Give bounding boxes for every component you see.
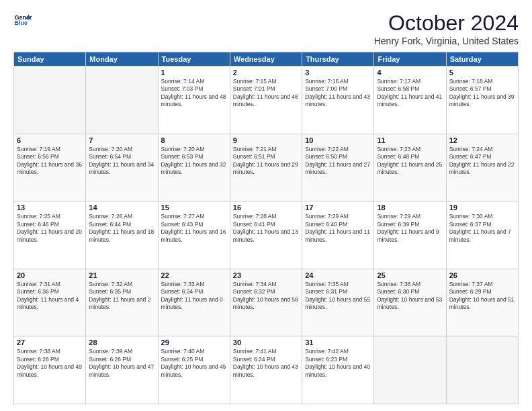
cell-text: Sunrise: 7:20 AMSunset: 6:53 PMDaylight:… (161, 146, 226, 175)
cell-text: Sunrise: 7:31 AMSunset: 6:36 PMDaylight:… (17, 281, 79, 310)
day-number: 13 (17, 203, 83, 212)
cell-text: Sunrise: 7:35 AMSunset: 6:31 PMDaylight:… (305, 281, 370, 310)
calendar-cell: 8Sunrise: 7:20 AMSunset: 6:53 PMDaylight… (158, 134, 230, 201)
cell-text: Sunrise: 7:16 AMSunset: 7:00 PMDaylight:… (305, 78, 370, 107)
calendar-cell: 16Sunrise: 7:28 AMSunset: 6:41 PMDayligh… (230, 201, 302, 269)
cell-text: Sunrise: 7:32 AMSunset: 6:35 PMDaylight:… (89, 281, 150, 310)
calendar-week-4: 20Sunrise: 7:31 AMSunset: 6:36 PMDayligh… (14, 269, 519, 336)
calendar-cell: 17Sunrise: 7:29 AMSunset: 6:40 PMDayligh… (302, 201, 374, 269)
calendar-cell: 2Sunrise: 7:15 AMSunset: 7:01 PMDaylight… (230, 66, 302, 134)
calendar-cell: 15Sunrise: 7:27 AMSunset: 6:43 PMDayligh… (158, 201, 230, 269)
calendar: SundayMondayTuesdayWednesdayThursdayFrid… (13, 52, 519, 404)
calendar-cell: 9Sunrise: 7:21 AMSunset: 6:51 PMDaylight… (230, 134, 302, 201)
weekday-header-friday: Friday (374, 52, 446, 66)
day-number: 8 (161, 136, 227, 144)
cell-text: Sunrise: 7:23 AMSunset: 6:48 PMDaylight:… (377, 146, 442, 175)
cell-text: Sunrise: 7:18 AMSunset: 6:57 PMDaylight:… (449, 78, 515, 107)
day-number: 9 (233, 136, 299, 144)
day-number: 30 (233, 338, 299, 347)
calendar-cell: 27Sunrise: 7:38 AMSunset: 6:28 PMDayligh… (14, 336, 86, 404)
cell-text: Sunrise: 7:25 AMSunset: 6:46 PMDaylight:… (17, 213, 82, 242)
cell-text: Sunrise: 7:26 AMSunset: 6:44 PMDaylight:… (89, 213, 154, 242)
calendar-cell (14, 66, 86, 134)
day-number: 27 (17, 338, 83, 347)
calendar-cell: 24Sunrise: 7:35 AMSunset: 6:31 PMDayligh… (302, 269, 374, 336)
cell-text: Sunrise: 7:36 AMSunset: 6:30 PMDaylight:… (377, 281, 442, 310)
day-number: 15 (161, 203, 227, 212)
weekday-header-sunday: Sunday (14, 52, 86, 66)
day-number: 1 (161, 68, 227, 77)
calendar-cell: 11Sunrise: 7:23 AMSunset: 6:48 PMDayligh… (374, 134, 446, 201)
calendar-week-5: 27Sunrise: 7:38 AMSunset: 6:28 PMDayligh… (14, 336, 519, 404)
cell-text: Sunrise: 7:30 AMSunset: 6:37 PMDaylight:… (449, 213, 511, 242)
cell-text: Sunrise: 7:37 AMSunset: 6:29 PMDaylight:… (449, 281, 515, 310)
calendar-cell: 1Sunrise: 7:14 AMSunset: 7:03 PMDaylight… (158, 66, 230, 134)
calendar-cell: 3Sunrise: 7:16 AMSunset: 7:00 PMDaylight… (302, 66, 374, 134)
cell-text: Sunrise: 7:42 AMSunset: 6:23 PMDaylight:… (305, 348, 370, 377)
day-number: 28 (89, 338, 154, 347)
weekday-header-tuesday: Tuesday (158, 52, 230, 66)
calendar-cell: 25Sunrise: 7:36 AMSunset: 6:30 PMDayligh… (374, 269, 446, 336)
cell-text: Sunrise: 7:15 AMSunset: 7:01 PMDaylight:… (233, 78, 298, 107)
day-number: 16 (233, 203, 299, 212)
day-number: 17 (305, 203, 371, 212)
location-title: Henry Fork, Virginia, United States (374, 36, 519, 46)
cell-text: Sunrise: 7:24 AMSunset: 6:47 PMDaylight:… (449, 146, 515, 175)
cell-text: Sunrise: 7:20 AMSunset: 6:54 PMDaylight:… (89, 146, 154, 175)
cell-text: Sunrise: 7:19 AMSunset: 6:56 PMDaylight:… (17, 146, 82, 175)
day-number: 24 (305, 271, 371, 279)
logo-icon: General Blue (13, 11, 32, 30)
calendar-cell (374, 336, 446, 404)
calendar-week-1: 1Sunrise: 7:14 AMSunset: 7:03 PMDaylight… (14, 66, 519, 134)
header: General Blue October 2024 Henry Fork, Vi… (13, 11, 519, 46)
calendar-cell: 22Sunrise: 7:33 AMSunset: 6:34 PMDayligh… (158, 269, 230, 336)
calendar-cell: 13Sunrise: 7:25 AMSunset: 6:46 PMDayligh… (14, 201, 86, 269)
calendar-cell: 19Sunrise: 7:30 AMSunset: 6:37 PMDayligh… (446, 201, 518, 269)
day-number: 18 (377, 203, 443, 212)
cell-text: Sunrise: 7:38 AMSunset: 6:28 PMDaylight:… (17, 348, 82, 377)
day-number: 22 (161, 271, 227, 279)
day-number: 2 (233, 68, 299, 77)
day-number: 26 (449, 271, 515, 279)
month-title: October 2024 (374, 11, 519, 36)
cell-text: Sunrise: 7:34 AMSunset: 6:32 PMDaylight:… (233, 281, 298, 310)
cell-text: Sunrise: 7:33 AMSunset: 6:34 PMDaylight:… (161, 281, 223, 310)
cell-text: Sunrise: 7:22 AMSunset: 6:50 PMDaylight:… (305, 146, 370, 175)
cell-text: Sunrise: 7:17 AMSunset: 6:58 PMDaylight:… (377, 78, 442, 107)
weekday-header-monday: Monday (86, 52, 158, 66)
day-number: 12 (449, 136, 515, 144)
cell-text: Sunrise: 7:27 AMSunset: 6:43 PMDaylight:… (161, 213, 226, 242)
weekday-header-saturday: Saturday (446, 52, 518, 66)
day-number: 25 (377, 271, 443, 279)
weekday-header-row: SundayMondayTuesdayWednesdayThursdayFrid… (14, 52, 519, 66)
weekday-header-wednesday: Wednesday (230, 52, 302, 66)
day-number: 11 (377, 136, 443, 144)
calendar-cell: 7Sunrise: 7:20 AMSunset: 6:54 PMDaylight… (86, 134, 158, 201)
calendar-cell: 10Sunrise: 7:22 AMSunset: 6:50 PMDayligh… (302, 134, 374, 201)
calendar-cell: 14Sunrise: 7:26 AMSunset: 6:44 PMDayligh… (86, 201, 158, 269)
day-number: 7 (89, 136, 154, 144)
calendar-cell: 21Sunrise: 7:32 AMSunset: 6:35 PMDayligh… (86, 269, 158, 336)
day-number: 31 (305, 338, 371, 347)
calendar-cell: 18Sunrise: 7:29 AMSunset: 6:39 PMDayligh… (374, 201, 446, 269)
page: General Blue October 2024 Henry Fork, Vi… (0, 0, 532, 411)
calendar-cell: 30Sunrise: 7:41 AMSunset: 6:24 PMDayligh… (230, 336, 302, 404)
calendar-cell: 4Sunrise: 7:17 AMSunset: 6:58 PMDaylight… (374, 66, 446, 134)
calendar-cell: 31Sunrise: 7:42 AMSunset: 6:23 PMDayligh… (302, 336, 374, 404)
day-number: 4 (377, 68, 443, 77)
calendar-cell: 20Sunrise: 7:31 AMSunset: 6:36 PMDayligh… (14, 269, 86, 336)
calendar-cell: 26Sunrise: 7:37 AMSunset: 6:29 PMDayligh… (446, 269, 518, 336)
svg-text:Blue: Blue (14, 19, 28, 26)
day-number: 14 (89, 203, 154, 212)
day-number: 10 (305, 136, 371, 144)
calendar-week-3: 13Sunrise: 7:25 AMSunset: 6:46 PMDayligh… (14, 201, 519, 269)
cell-text: Sunrise: 7:41 AMSunset: 6:24 PMDaylight:… (233, 348, 298, 377)
calendar-cell: 12Sunrise: 7:24 AMSunset: 6:47 PMDayligh… (446, 134, 518, 201)
day-number: 23 (233, 271, 299, 279)
calendar-cell: 6Sunrise: 7:19 AMSunset: 6:56 PMDaylight… (14, 134, 86, 201)
day-number: 3 (305, 68, 371, 77)
calendar-cell: 5Sunrise: 7:18 AMSunset: 6:57 PMDaylight… (446, 66, 518, 134)
cell-text: Sunrise: 7:29 AMSunset: 6:40 PMDaylight:… (305, 213, 370, 242)
day-number: 21 (89, 271, 154, 279)
day-number: 19 (449, 203, 515, 212)
